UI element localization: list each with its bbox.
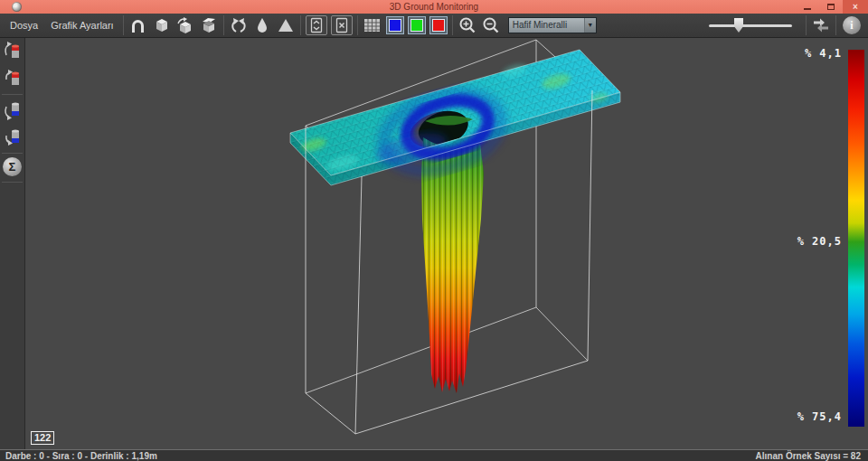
info-button[interactable]: i — [843, 16, 861, 34]
rotate-blue-cylinder-icon — [3, 99, 23, 121]
tilt-blue-cylinder-button[interactable] — [0, 124, 25, 151]
toolbar: Dosya Grafik Ayarları — [0, 14, 868, 38]
toolbar-separator — [123, 15, 124, 35]
legend-label-middle: % 20,5 — [797, 235, 842, 248]
ground-model-scene — [26, 38, 868, 449]
blue-swatch — [389, 19, 401, 32]
arch-icon[interactable] — [127, 14, 150, 36]
legend-label-top: % 4,1 — [805, 47, 842, 60]
slider-track[interactable] — [709, 24, 792, 27]
doc-close-icon[interactable] — [331, 15, 353, 35]
slider-thumb[interactable] — [734, 18, 743, 33]
rotate-red-cylinder-icon — [3, 41, 23, 62]
minimize-icon — [804, 8, 811, 10]
maximize-icon — [827, 4, 835, 10]
toolbar-separator — [357, 15, 358, 35]
red-swatch — [432, 19, 445, 32]
tilt-blue-cylinder-icon — [3, 127, 23, 148]
zoom-in-icon[interactable] — [456, 14, 479, 36]
title-bar: 3D Ground Monitoring × — [0, 0, 868, 14]
status-right: Alınan Örnek Sayısı = 82 — [756, 451, 861, 461]
rotate-blue-cylinder-button[interactable] — [0, 97, 25, 124]
cone-icon[interactable] — [274, 14, 297, 36]
viewport-3d[interactable]: % 4,1 % 20,5 % 75,4 122 — [26, 38, 868, 449]
toolbar-separator — [835, 15, 836, 35]
green-swatch — [410, 19, 423, 32]
sidebar-separator — [2, 153, 23, 154]
sidebar-separator — [2, 94, 23, 95]
toolbar-separator — [300, 15, 301, 35]
color-scale-bar — [848, 50, 864, 427]
chevron-down-icon[interactable]: ▾ — [584, 18, 596, 33]
window-title: 3D Ground Monitoring — [0, 0, 868, 14]
rotate-red-cylinder-button[interactable] — [0, 38, 25, 65]
opacity-slider[interactable] — [709, 17, 792, 33]
status-left: Darbe : 0 - Sıra : 0 - Derinlik : 1,19m — [5, 451, 157, 461]
grid-icon[interactable] — [361, 14, 384, 36]
app-window: 3D Ground Monitoring × Dosya Grafik Ayar… — [0, 0, 868, 461]
sidebar-separator — [2, 182, 23, 183]
maximize-button[interactable] — [819, 0, 843, 14]
zoom-out-icon[interactable] — [479, 14, 503, 36]
sum-button[interactable]: Σ — [3, 157, 22, 176]
mineral-combobox[interactable]: Hafif Mineralli ▾ — [508, 17, 597, 33]
toolbar-separator — [223, 15, 224, 35]
toolbar-separator — [452, 15, 453, 35]
legend-label-bottom: % 75,4 — [797, 410, 842, 423]
frame-counter: 122 — [31, 431, 54, 445]
cube-rotate-icon[interactable] — [174, 14, 197, 36]
minimize-button[interactable] — [796, 0, 819, 14]
compare-arrows-icon[interactable] — [809, 14, 833, 36]
blue-swatch-button[interactable] — [386, 16, 404, 34]
tilt-red-cylinder-icon — [3, 68, 23, 89]
doc-expand-icon[interactable] — [306, 15, 327, 35]
green-swatch-button[interactable] — [408, 16, 426, 34]
menu-grafik-ayarlari[interactable]: Grafik Ayarları — [44, 14, 120, 38]
left-sidebar: Σ — [0, 38, 25, 449]
window-controls: × — [796, 0, 868, 14]
tilt-red-cylinder-button[interactable] — [0, 65, 25, 92]
cube-open-icon[interactable] — [197, 14, 221, 36]
undo-arrows-icon[interactable] — [227, 14, 250, 36]
cube-icon[interactable] — [150, 14, 174, 36]
toolbar-right-group: i — [709, 14, 864, 36]
close-button[interactable]: × — [843, 0, 868, 14]
droplet-icon[interactable] — [250, 14, 274, 36]
status-bar: Darbe : 0 - Sıra : 0 - Derinlik : 1,19m … — [0, 449, 868, 461]
mineral-combobox-value: Hafif Mineralli — [509, 18, 584, 33]
menu-dosya[interactable]: Dosya — [4, 14, 44, 38]
toolbar-separator — [806, 15, 807, 35]
red-swatch-button[interactable] — [429, 16, 448, 34]
